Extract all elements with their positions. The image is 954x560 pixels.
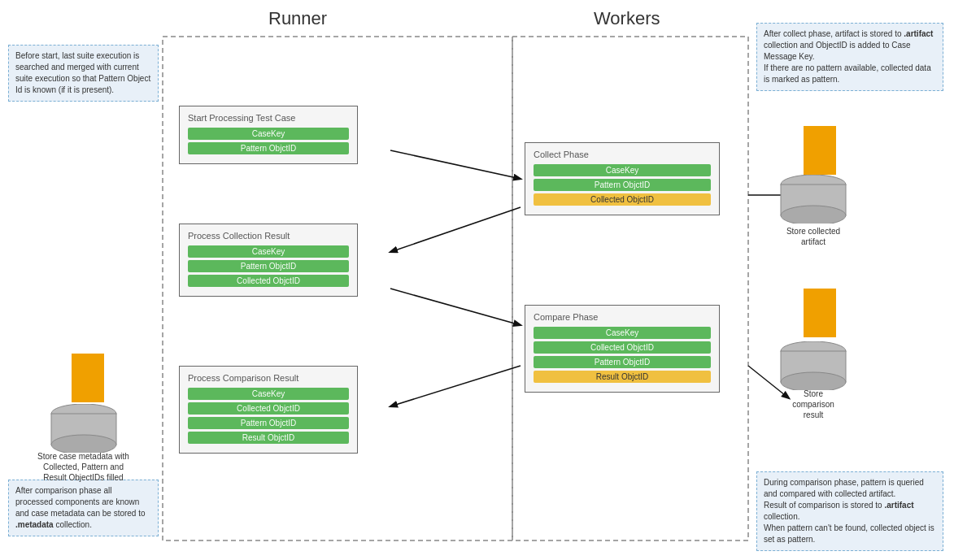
pcmp-casekey: CaseKey: [188, 388, 349, 400]
svg-line-3: [390, 207, 521, 252]
start-processing-box: Start Processing Test Case CaseKey Patte…: [179, 106, 358, 164]
pc-pattern: Pattern ObjctID: [188, 260, 349, 272]
runner-header: Runner: [268, 8, 327, 29]
cp-pattern: Pattern ObjctID: [534, 179, 711, 191]
process-comparison-box: Process Comparison Result CaseKey Collec…: [179, 366, 358, 454]
arrow-to-store-metadata: [72, 354, 104, 404]
arrow-to-store-collected: [804, 126, 836, 176]
store-collected-cylinder: [777, 175, 850, 224]
cmp-pattern: Pattern ObjctID: [534, 356, 711, 368]
info-top-left: Before start, last suite execution is se…: [8, 45, 159, 102]
start-casekey: CaseKey: [188, 128, 349, 140]
process-collection-box: Process Collection Result CaseKey Patter…: [179, 224, 358, 297]
info-top-right-text: After collect phase, artifact is stored …: [764, 29, 933, 84]
store-comparison-cylinder: [777, 341, 850, 390]
compare-phase-box: Compare Phase CaseKey Collected ObjctID …: [525, 305, 720, 393]
store-metadata-label: Store case metadata withCollected, Patte…: [8, 451, 159, 483]
svg-line-5: [390, 366, 521, 406]
svg-point-17: [781, 372, 846, 390]
info-bottom-right: During comparison phase, pattern is quer…: [756, 471, 943, 551]
collect-phase-box: Collect Phase CaseKey Pattern ObjctID Co…: [525, 142, 720, 215]
cp-collected: Collected ObjctID: [534, 193, 711, 206]
cmp-casekey: CaseKey: [534, 327, 711, 339]
svg-point-22: [51, 435, 116, 453]
info-top-right: After collect phase, artifact is stored …: [756, 23, 943, 91]
start-pattern: Pattern ObjctID: [188, 142, 349, 154]
cmp-collected: Collected ObjctID: [534, 341, 711, 354]
svg-point-12: [781, 206, 846, 224]
store-comparison-label: Storecomparisonresult: [756, 389, 870, 420]
collect-phase-title: Collect Phase: [534, 150, 711, 159]
info-bottom-left: After comparison phase all processed com…: [8, 480, 159, 536]
compare-phase-title: Compare Phase: [534, 312, 711, 322]
start-processing-title: Start Processing Test Case: [188, 113, 349, 123]
process-collection-title: Process Collection Result: [188, 231, 349, 241]
pcmp-result: Result ObjctID: [188, 432, 349, 444]
svg-line-2: [390, 150, 521, 179]
diagram-container: Runner Workers Before start, last suite …: [0, 0, 954, 560]
info-top-left-text: Before start, last suite execution is se…: [15, 51, 150, 94]
pcmp-collected: Collected ObjctID: [188, 402, 349, 415]
info-bottom-right-text: During comparison phase, pattern is quer…: [764, 478, 934, 544]
svg-rect-1: [512, 37, 748, 540]
store-collected-label: Store collectedartifact: [756, 226, 870, 247]
svg-line-4: [390, 289, 521, 325]
cp-casekey: CaseKey: [534, 164, 711, 176]
info-bottom-left-text: After comparison phase all processed com…: [15, 486, 146, 529]
workers-header: Workers: [594, 8, 660, 29]
pc-casekey: CaseKey: [188, 245, 349, 258]
arrow-to-store-comparison: [804, 289, 836, 339]
cmp-result: Result ObjctID: [534, 371, 711, 383]
store-metadata-cylinder: [47, 404, 120, 453]
pc-collected: Collected ObjctID: [188, 275, 349, 287]
process-comparison-title: Process Comparison Result: [188, 373, 349, 383]
pcmp-pattern: Pattern ObjctID: [188, 417, 349, 429]
